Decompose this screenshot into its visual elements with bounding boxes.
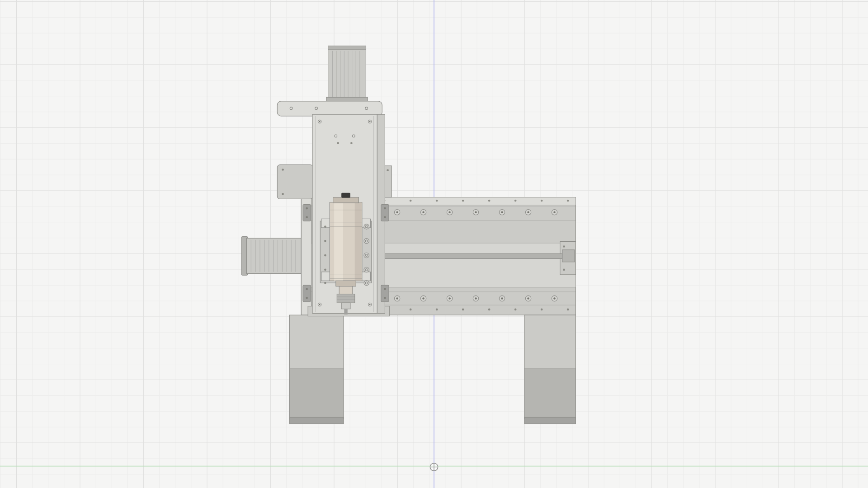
screw-dot xyxy=(514,200,517,202)
leg-upper xyxy=(524,315,576,368)
rail-clamp xyxy=(303,285,311,302)
screw-dot xyxy=(324,269,326,271)
origin-marker[interactable] xyxy=(430,463,438,471)
mount-screw xyxy=(364,239,369,244)
bolt xyxy=(525,296,531,301)
cad-viewport[interactable] xyxy=(0,0,868,488)
bolt xyxy=(473,296,478,301)
screw-dot xyxy=(324,240,326,242)
spindle-shaft xyxy=(339,286,353,294)
screw-dot xyxy=(514,309,517,311)
screw-dot xyxy=(384,297,386,299)
screw-dot xyxy=(350,142,353,144)
z-axis-stepper-motor[interactable] xyxy=(326,46,368,102)
screw-dot xyxy=(462,309,464,311)
leg-base xyxy=(289,417,344,424)
screw-dot xyxy=(337,142,339,144)
column-top-plate xyxy=(277,101,382,116)
bolt xyxy=(394,296,400,301)
screw-dot xyxy=(384,288,386,290)
stepper-body xyxy=(328,46,366,102)
bolt xyxy=(473,210,478,215)
screw-dot xyxy=(324,282,326,284)
mount-screw xyxy=(364,267,369,272)
screw-dot xyxy=(541,309,543,311)
leg-foot xyxy=(289,368,344,419)
motor-body xyxy=(246,238,301,273)
screw-dot xyxy=(462,200,464,202)
corner-screw xyxy=(318,303,321,306)
collet-tip xyxy=(341,303,350,309)
bolt xyxy=(447,210,452,215)
spindle-connector xyxy=(341,193,350,198)
lead-screw-rod xyxy=(368,253,564,258)
bolt xyxy=(394,210,400,215)
y-axis-motor[interactable] xyxy=(241,236,301,275)
rail-clamp xyxy=(381,285,389,302)
rail-clamp xyxy=(303,205,311,221)
tool-bit xyxy=(344,309,347,314)
model-scene-svg xyxy=(0,0,868,488)
spindle-top-cap xyxy=(333,197,359,203)
cnc-machine-model[interactable] xyxy=(241,46,576,424)
screw-dot xyxy=(324,225,326,228)
bolt xyxy=(420,296,426,301)
screw-dot xyxy=(567,309,569,311)
screw-dot xyxy=(563,245,565,248)
screw-dot xyxy=(282,193,284,195)
leg-foot xyxy=(524,368,576,419)
left-leg[interactable] xyxy=(289,315,344,424)
bolt xyxy=(525,210,531,215)
screw-dot xyxy=(410,200,412,202)
mount-screw xyxy=(364,281,369,286)
screw-dot xyxy=(436,200,438,202)
leg-base xyxy=(524,417,576,424)
spindle-shade xyxy=(355,202,362,281)
mount-screw xyxy=(364,224,369,229)
bolt xyxy=(447,296,452,301)
screw-dot xyxy=(306,297,308,299)
collet-nut xyxy=(337,294,354,303)
screw-dot xyxy=(324,254,326,257)
spindle-bearing-disc xyxy=(336,281,356,286)
screw-dot xyxy=(306,288,308,290)
spindle-highlight xyxy=(334,202,343,281)
screw-dot xyxy=(567,200,569,202)
screw-dot xyxy=(563,269,565,271)
bolt xyxy=(552,210,557,215)
screw-dot xyxy=(488,200,491,202)
screw-dot xyxy=(488,309,491,311)
screw-dot xyxy=(384,216,386,218)
mount-screw xyxy=(364,253,369,258)
screw-dot xyxy=(282,169,284,171)
bolt xyxy=(499,296,505,301)
stepper-top-cap xyxy=(328,46,366,50)
bolt xyxy=(552,296,557,301)
corner-screw xyxy=(318,120,321,123)
screw-coupling xyxy=(562,250,575,262)
leg-upper xyxy=(289,315,344,368)
screw-dot xyxy=(387,169,389,171)
corner-screw xyxy=(368,120,371,123)
screw-dot xyxy=(436,309,438,311)
screw-dot xyxy=(410,309,412,311)
rail-clamp xyxy=(381,205,389,221)
bolt xyxy=(499,210,505,215)
right-leg[interactable] xyxy=(524,315,576,424)
screw-dot xyxy=(541,200,543,202)
screw-dot xyxy=(384,207,386,210)
screw-dot xyxy=(306,216,308,218)
bolt xyxy=(420,210,426,215)
corner-screw xyxy=(368,303,371,306)
screw-dot xyxy=(306,207,308,210)
